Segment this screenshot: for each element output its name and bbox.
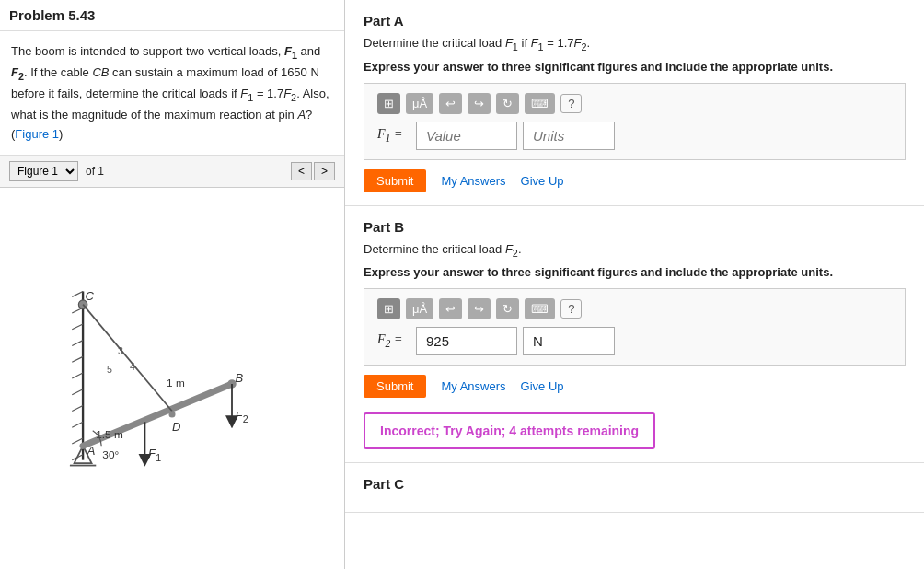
svg-line-7 bbox=[72, 389, 83, 395]
help-button-b[interactable]: ? bbox=[560, 299, 582, 319]
svg-line-4 bbox=[72, 341, 83, 346]
problem-description: The boom is intended to support two vert… bbox=[0, 31, 344, 156]
figure-select[interactable]: Figure 1 bbox=[9, 161, 78, 181]
svg-line-5 bbox=[72, 357, 83, 363]
grid-button-a[interactable]: ⊞ bbox=[377, 93, 400, 114]
part-b-instruction: Express your answer to three significant… bbox=[364, 265, 906, 279]
part-b-section: Part B Determine the critical load F2. E… bbox=[345, 206, 924, 464]
part-a-give-up-link[interactable]: Give Up bbox=[521, 174, 564, 188]
figure-next-button[interactable]: > bbox=[314, 162, 335, 180]
svg-text:4: 4 bbox=[130, 361, 135, 372]
part-a-toolbar: ⊞ μÅ ↩ ↪ ↻ ⌨ bbox=[377, 93, 892, 114]
svg-line-10 bbox=[72, 438, 83, 444]
figure-link[interactable]: Figure 1 bbox=[15, 127, 59, 141]
grid-icon-b: ⊞ bbox=[384, 302, 394, 316]
part-a-answer-box: ⊞ μÅ ↩ ↪ ↻ ⌨ bbox=[364, 83, 906, 160]
part-a-my-answers-link[interactable]: My Answers bbox=[441, 174, 505, 188]
figure-prev-button[interactable]: < bbox=[291, 162, 312, 180]
svg-text:2: 2 bbox=[243, 414, 248, 425]
part-b-eq-label: F2 = bbox=[377, 332, 410, 350]
part-b-question: Determine the critical load F2. bbox=[364, 242, 906, 259]
figure-svg: C A D B 1 m bbox=[52, 259, 292, 498]
part-a-value-input[interactable] bbox=[416, 122, 517, 150]
part-c-title: Part C bbox=[364, 476, 906, 492]
keyboard-icon-a: ⌨ bbox=[531, 97, 549, 110]
refresh-button-a[interactable]: ↻ bbox=[496, 93, 519, 114]
undo-button-b[interactable]: ↩ bbox=[439, 298, 462, 319]
svg-line-6 bbox=[72, 373, 83, 378]
figure-navigation: Figure 1 of 1 < > bbox=[0, 156, 344, 188]
refresh-button-b[interactable]: ↻ bbox=[496, 298, 519, 319]
svg-text:1: 1 bbox=[156, 452, 161, 463]
part-b-actions: Submit My Answers Give Up bbox=[364, 375, 906, 398]
part-b-toolbar: ⊞ μÅ ↩ ↪ ↻ ⌨ bbox=[377, 298, 892, 319]
part-a-section: Part A Determine the critical load F1 if… bbox=[345, 0, 924, 206]
mu-icon-b: μÅ bbox=[412, 302, 427, 316]
help-button-a[interactable]: ? bbox=[560, 94, 582, 113]
part-b-value-input[interactable] bbox=[416, 327, 517, 355]
svg-text:B: B bbox=[236, 371, 244, 385]
redo-button-a[interactable]: ↪ bbox=[468, 93, 491, 114]
grid-button-b[interactable]: ⊞ bbox=[377, 298, 400, 319]
svg-line-18 bbox=[83, 305, 172, 412]
svg-line-9 bbox=[72, 422, 83, 427]
keyboard-button-a[interactable]: ⌨ bbox=[525, 93, 555, 114]
part-a-submit-button[interactable]: Submit bbox=[364, 169, 426, 192]
undo-icon-b: ↩ bbox=[445, 302, 456, 316]
mu-button-b[interactable]: μÅ bbox=[406, 298, 433, 319]
part-a-units-input[interactable] bbox=[523, 122, 615, 150]
part-a-instruction: Express your answer to three significant… bbox=[364, 60, 906, 74]
mu-button-a[interactable]: μÅ bbox=[406, 93, 433, 114]
figure-area: C A D B 1 m bbox=[0, 188, 344, 569]
svg-point-20 bbox=[168, 412, 175, 418]
part-b-answer-box: ⊞ μÅ ↩ ↪ ↻ ⌨ bbox=[364, 288, 906, 366]
refresh-icon-b: ↻ bbox=[502, 302, 513, 316]
svg-text:D: D bbox=[172, 420, 180, 434]
mu-icon-a: μÅ bbox=[412, 97, 427, 110]
part-b-submit-button[interactable]: Submit bbox=[364, 375, 426, 398]
part-b-give-up-link[interactable]: Give Up bbox=[521, 379, 564, 393]
keyboard-button-b[interactable]: ⌨ bbox=[525, 298, 555, 319]
incorrect-banner: Incorrect; Try Again; 4 attempts remaini… bbox=[364, 412, 655, 449]
svg-line-1 bbox=[72, 292, 83, 297]
svg-text:1 m: 1 m bbox=[167, 377, 185, 390]
redo-icon-a: ↪ bbox=[474, 97, 484, 110]
part-a-actions: Submit My Answers Give Up bbox=[364, 169, 906, 192]
svg-text:5: 5 bbox=[107, 364, 112, 375]
part-a-question: Determine the critical load F1 if F1 = 1… bbox=[364, 36, 906, 52]
grid-icon-a: ⊞ bbox=[384, 97, 394, 110]
keyboard-icon-b: ⌨ bbox=[531, 302, 549, 316]
redo-icon-b: ↪ bbox=[474, 302, 484, 316]
svg-text:3: 3 bbox=[118, 345, 123, 356]
undo-button-a[interactable]: ↩ bbox=[439, 93, 462, 114]
redo-button-b[interactable]: ↪ bbox=[468, 298, 491, 319]
problem-title: Problem 5.43 bbox=[0, 0, 344, 31]
part-a-title: Part A bbox=[364, 13, 906, 29]
refresh-icon-a: ↻ bbox=[502, 97, 513, 110]
part-a-eq-label: F1 = bbox=[377, 127, 410, 145]
svg-line-3 bbox=[72, 324, 83, 330]
undo-icon-a: ↩ bbox=[445, 97, 456, 110]
figure-of-text: of 1 bbox=[86, 165, 104, 178]
part-b-units-input[interactable] bbox=[523, 327, 615, 355]
part-b-title: Part B bbox=[364, 219, 906, 235]
svg-text:C: C bbox=[85, 289, 94, 303]
part-b-my-answers-link[interactable]: My Answers bbox=[441, 379, 505, 393]
svg-text:30°: 30° bbox=[102, 449, 119, 462]
part-c-section: Part C bbox=[345, 463, 924, 513]
svg-line-8 bbox=[72, 406, 83, 412]
